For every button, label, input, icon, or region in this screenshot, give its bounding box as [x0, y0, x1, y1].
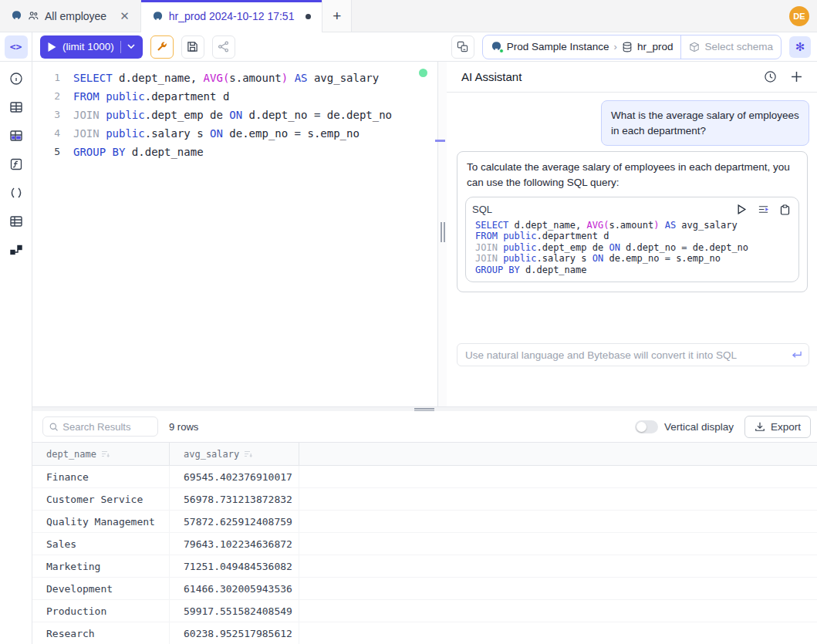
cell-avg-salary[interactable]: 61466.302005943536	[170, 578, 299, 599]
table-row[interactable]: Sales79643.102234636872	[32, 533, 817, 555]
tab-label: hr_prod 2024-10-12 17:51	[169, 10, 295, 22]
table-row[interactable]: Marketing71251.049484536082	[32, 555, 817, 578]
instance-database-selector[interactable]: Prod Sample Instance › hr_prod	[483, 35, 681, 59]
cell-avg-salary[interactable]: 60238.952517985612	[170, 622, 299, 644]
function-icon	[9, 157, 23, 171]
cell-dept-name[interactable]: Production	[32, 600, 170, 622]
openai-assistant-button[interactable]: ✻	[789, 36, 811, 58]
copy-sql-button[interactable]	[777, 202, 792, 217]
sidebar-top-cell: <>	[0, 32, 32, 61]
column-header-avg-salary[interactable]: avg_salary	[170, 443, 299, 465]
schema-placeholder: Select schema	[704, 41, 773, 52]
search-results-input[interactable]	[62, 421, 151, 433]
sidebar-item-functions[interactable]	[7, 155, 25, 174]
sql-block-header: SQL	[472, 201, 792, 218]
row-count-label: 9 rows	[169, 421, 198, 433]
search-results-box[interactable]	[42, 416, 158, 437]
drag-handle-icon[interactable]	[441, 222, 445, 242]
sidebar-item-schema-diagram[interactable]	[7, 241, 25, 259]
sql-editor[interactable]: 1SELECT d.dept_name, AVG(s.amount) AS av…	[32, 62, 437, 406]
tab-all-employee[interactable]: All employee ✕	[0, 0, 141, 32]
play-outline-icon	[737, 204, 747, 214]
return-key-icon[interactable]	[791, 350, 802, 360]
export-label: Export	[771, 421, 801, 433]
table-row[interactable]: Customer Service56978.731213872832	[32, 488, 817, 511]
table-row[interactable]: Development61466.302005943536	[32, 578, 817, 600]
vertical-display-label: Vertical display	[664, 421, 734, 433]
run-generated-sql-button[interactable]	[734, 202, 749, 217]
search-icon	[49, 422, 58, 432]
column-header-dept-name[interactable]: dept_name	[32, 443, 170, 465]
tab-bar: All employee ✕ hr_prod 2024-10-12 17:51 …	[0, 0, 817, 32]
vertical-resize-divider[interactable]	[437, 62, 447, 406]
cell-dept-name[interactable]: Sales	[32, 533, 170, 555]
cell-dept-name[interactable]: Research	[32, 622, 170, 644]
export-button[interactable]: Export	[744, 416, 811, 438]
cube-icon	[689, 42, 700, 52]
table-icon	[9, 100, 23, 114]
table-row[interactable]: Finance69545.402376910017	[32, 466, 817, 488]
table-rows-icon	[9, 214, 23, 228]
ai-prompt-input[interactable]	[457, 349, 791, 361]
unsaved-dot-icon	[306, 14, 311, 19]
vertical-display-toggle[interactable]	[635, 420, 658, 433]
cell-dept-name[interactable]: Marketing	[32, 555, 170, 577]
insert-lines-icon	[758, 204, 769, 215]
new-chat-button[interactable]	[786, 67, 806, 87]
postgres-icon	[11, 10, 22, 22]
cell-filler	[299, 555, 817, 577]
cell-avg-salary[interactable]: 71251.049484536082	[170, 555, 299, 577]
cell-dept-name[interactable]: Development	[32, 578, 170, 599]
sort-icon[interactable]	[244, 450, 253, 459]
column-header-filler	[299, 443, 817, 465]
ai-response-message: To calculate the average salary of emplo…	[457, 151, 808, 292]
schema-selector[interactable]: Select schema	[680, 35, 781, 59]
run-query-button[interactable]: (limit 1000)	[40, 35, 143, 59]
close-icon[interactable]: ✕	[120, 10, 130, 22]
format-sql-button[interactable]	[150, 35, 174, 59]
new-tab-button[interactable]: +	[322, 0, 352, 32]
cell-avg-salary[interactable]: 69545.402376910017	[170, 466, 299, 487]
chat-history-button[interactable]	[760, 67, 780, 87]
sheet-users-icon	[28, 10, 39, 22]
cell-filler	[299, 622, 817, 644]
sql-editor-mode-button[interactable]: <>	[5, 35, 28, 59]
table-row[interactable]: Production59917.551582408549	[32, 600, 817, 622]
cell-dept-name[interactable]: Quality Management	[32, 511, 170, 532]
user-avatar[interactable]: DE	[789, 6, 809, 26]
postgres-icon	[152, 11, 164, 22]
schema-compare-button[interactable]	[451, 35, 474, 59]
sidebar-item-table-data[interactable]	[7, 126, 25, 145]
table-row[interactable]: Quality Management57872.625912408759	[32, 511, 817, 533]
tab-hr-prod[interactable]: hr_prod 2024-10-12 17:51	[141, 0, 323, 32]
database-name: hr_prod	[637, 41, 674, 52]
sidebar-item-info[interactable]	[7, 69, 25, 88]
cell-dept-name[interactable]: Finance	[32, 466, 170, 487]
ai-assistant-panel: AI Assistant What is the average salary …	[447, 62, 817, 406]
download-icon	[755, 421, 765, 432]
cell-filler	[299, 600, 817, 622]
breadcrumb-separator: ›	[614, 41, 617, 52]
table-highlight-icon	[9, 129, 23, 143]
connection-health-dot	[419, 69, 427, 77]
cell-avg-salary[interactable]: 79643.102234636872	[170, 533, 299, 555]
cell-avg-salary[interactable]: 59917.551582408549	[170, 600, 299, 622]
share-sheet-button[interactable]	[212, 35, 235, 59]
sidebar-item-parentheses[interactable]	[7, 184, 25, 202]
connection-selector: Prod Sample Instance › hr_prod Select sc…	[482, 35, 782, 59]
parentheses-icon	[9, 186, 23, 200]
clock-icon	[764, 70, 777, 83]
cell-avg-salary[interactable]: 57872.625912408759	[170, 511, 299, 532]
cell-dept-name[interactable]: Customer Service	[32, 488, 170, 510]
insert-sql-into-editor-button[interactable]	[755, 202, 771, 217]
tab-label: All employee	[45, 10, 106, 22]
cell-avg-salary[interactable]: 56978.731213872832	[170, 488, 299, 510]
sort-icon[interactable]	[101, 450, 110, 459]
sidebar-item-tables[interactable]	[7, 98, 25, 116]
cell-filler	[299, 511, 817, 532]
editor-toolbar: <> (limit 1000)	[0, 32, 817, 62]
sidebar-item-table-rows[interactable]	[7, 212, 25, 231]
save-sheet-button[interactable]	[181, 35, 204, 59]
editor-code-lines[interactable]: 1SELECT d.dept_name, AVG(s.amount) AS av…	[32, 69, 437, 161]
table-row[interactable]: Research60238.952517985612	[32, 622, 817, 644]
